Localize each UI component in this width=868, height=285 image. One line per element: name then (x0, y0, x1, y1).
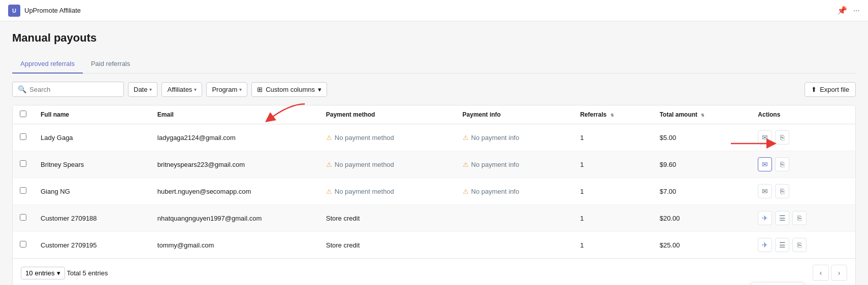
copy-action-button[interactable]: ⎘ (775, 157, 789, 171)
cell-payment-method: ⚠ No payment method (319, 178, 456, 205)
select-all-checkbox[interactable] (20, 111, 26, 117)
row-checkbox[interactable] (20, 187, 26, 194)
col-fullname: Full name (34, 105, 150, 124)
search-input[interactable] (29, 86, 118, 93)
col-total-amount[interactable]: Total amount ⇅ (653, 105, 751, 124)
chevron-down-icon: ▾ (57, 269, 60, 277)
table-row: Lady Gaga ladygaga2124@gmail.com ⚠ No pa… (13, 124, 855, 151)
row-checkbox[interactable] (20, 241, 26, 247)
cell-actions: ✉ ⎘ (751, 178, 855, 205)
cell-payment-method: ⚠ No payment method (319, 151, 456, 178)
search-box: 🔍 (12, 82, 124, 97)
email-action-button[interactable]: ✉ (758, 157, 772, 171)
cell-email: nhatquangnguyen1997@gmail.com (150, 205, 319, 232)
top-bar-right: 📌 ··· (837, 6, 860, 15)
cell-payment-method: Store credit (319, 232, 456, 259)
entries-label: entries (35, 269, 54, 277)
list-action-button[interactable]: ☰ (775, 211, 789, 225)
cell-total-amount: $20.00 (653, 205, 751, 232)
table-row: Customer 2709188 nhatquangnguyen1997@gma… (13, 205, 855, 232)
cell-payment-method: ⚠ No payment method (319, 124, 456, 151)
col-email: Email (150, 105, 319, 124)
col-actions: Actions (751, 105, 855, 124)
affiliates-filter-button[interactable]: Affiliates ▾ (162, 82, 202, 97)
cell-payment-method: Store credit (319, 205, 456, 232)
page-content: Manual payouts Approved referrals Paid r… (0, 21, 868, 285)
cell-fullname: Giang NG (34, 178, 150, 205)
cell-payment-info: ⚠ No payment info (456, 178, 573, 205)
table-row: Britney Spears britneyspears223@gmail.co… (13, 151, 855, 178)
email-action-button[interactable]: ✉ (758, 130, 772, 145)
entries-selector: 10 entries ▾ Total 5 entries (21, 267, 108, 279)
pagination: ‹ › (813, 265, 847, 281)
cell-payment-info: ⚠ No payment info (456, 124, 573, 151)
table-header-row: Full name Email Payment method Payment i… (13, 105, 855, 124)
row-checkbox[interactable] (20, 160, 26, 167)
cell-fullname: Customer 2709195 (34, 232, 150, 259)
tabs: Approved referrals Paid referrals (12, 55, 856, 74)
send-action-button[interactable]: ✈ (758, 211, 772, 225)
table-row: Customer 2709195 tommy@gmail.com Store c… (13, 232, 855, 259)
cell-referrals: 1 (573, 151, 653, 178)
cell-total-amount: $9.60 (653, 151, 751, 178)
date-filter-button[interactable]: Date ▾ (128, 82, 157, 97)
cell-fullname: Britney Spears (34, 151, 150, 178)
cell-referrals: 1 (573, 178, 653, 205)
warning-icon: ⚠ (463, 134, 469, 141)
sort-icon: ⇅ (701, 113, 704, 118)
email-action-button[interactable]: ✉ (758, 184, 772, 198)
copy-action-button[interactable]: ⎘ (775, 130, 789, 145)
main-table: Full name Email Payment method Payment i… (13, 105, 855, 258)
table-body: Lady Gaga ladygaga2124@gmail.com ⚠ No pa… (13, 124, 855, 259)
row-checkbox[interactable] (20, 133, 26, 140)
total-entries-label: Total 5 entries (67, 269, 108, 277)
entries-per-page-button[interactable]: 10 entries ▾ (21, 267, 65, 279)
table-container: Full name Email Payment method Payment i… (12, 105, 856, 285)
warning-icon: ⚠ (463, 188, 469, 195)
cell-email: tommy@gmail.com (150, 232, 319, 259)
cell-actions: ✉ ⎘ (751, 124, 855, 151)
warning-icon: ⚠ (326, 134, 332, 141)
list-action-button[interactable]: ☰ (775, 238, 789, 252)
cell-actions: ✉ ⎘ Remind affiliate to update payment d… (751, 151, 855, 178)
col-payment-method: Payment method (319, 105, 456, 124)
cell-total-amount: $25.00 (653, 232, 751, 259)
col-referrals[interactable]: Referrals ⇅ (573, 105, 653, 124)
sort-icon: ⇅ (610, 113, 614, 118)
copy-action-button[interactable]: ⎘ (792, 238, 807, 252)
table-footer: 10 entries ▾ Total 5 entries ‹ › (13, 258, 855, 285)
table-row: Giang NG hubert.nguyen@secomapp.com ⚠ No… (13, 178, 855, 205)
send-action-button[interactable]: ✈ (758, 238, 772, 252)
copy-action-button[interactable]: ⎘ (792, 211, 807, 225)
custom-columns-button[interactable]: ⊞ Custom columns ▾ (251, 82, 327, 97)
chevron-down-icon: ▾ (239, 87, 242, 92)
cell-referrals: 1 (573, 124, 653, 151)
cell-total-amount: $5.00 (653, 124, 751, 151)
more-icon[interactable]: ··· (853, 6, 860, 15)
cell-email: hubert.nguyen@secomapp.com (150, 178, 319, 205)
warning-icon: ⚠ (326, 188, 332, 195)
tab-paid-referrals[interactable]: Paid referrals (83, 55, 138, 74)
toolbar: 🔍 Date ▾ Affiliates ▾ Program ▾ ⊞ Custom… (12, 82, 856, 97)
top-bar-left: U UpPromote Affiliate (8, 5, 81, 17)
columns-icon: ⊞ (257, 86, 263, 93)
export-file-button[interactable]: ⬆ Export file (805, 82, 856, 97)
cell-payment-info: ⚠ No payment info (456, 151, 573, 178)
cell-email: britneyspears223@gmail.com (150, 151, 319, 178)
cell-payment-info (456, 232, 573, 259)
tab-approved-referrals[interactable]: Approved referrals (12, 55, 83, 74)
cell-actions: ✈ ☰ ⎘ (751, 232, 855, 259)
cell-email: ladygaga2124@gmail.com (150, 124, 319, 151)
cell-referrals: 1 (573, 205, 653, 232)
row-checkbox[interactable] (20, 214, 26, 221)
warning-icon: ⚠ (463, 161, 469, 168)
copy-action-button[interactable]: ⎘ (775, 184, 789, 198)
next-page-button[interactable]: › (831, 265, 847, 281)
cell-payment-info (456, 205, 573, 232)
warning-icon: ⚠ (326, 161, 332, 168)
top-bar: U UpPromote Affiliate 📌 ··· (0, 0, 868, 21)
prev-page-button[interactable]: ‹ (813, 265, 829, 281)
program-filter-button[interactable]: Program ▾ (206, 82, 247, 97)
pin-icon: 📌 (837, 6, 847, 15)
cell-fullname: Customer 2709188 (34, 205, 150, 232)
